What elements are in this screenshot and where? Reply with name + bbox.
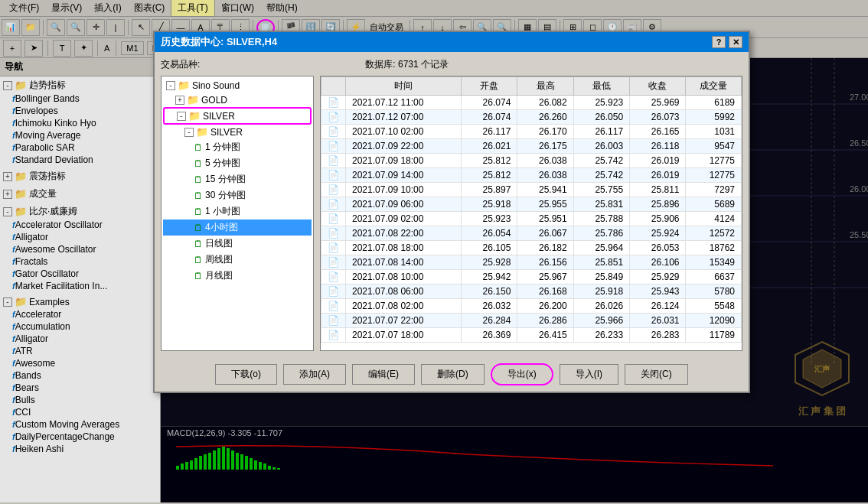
row-close: 25.924 — [630, 226, 686, 241]
row-time: 2021.07.12 07:00 — [346, 110, 462, 125]
row-open: 25.812 — [461, 154, 517, 168]
row-close: 26.073 — [630, 110, 686, 125]
tree-1h[interactable]: 🗒 1 小时图 — [163, 203, 312, 219]
row-open: 25.923 — [461, 212, 517, 226]
silver-top-label: SILVER — [203, 111, 235, 122]
row-low: 25.923 — [573, 96, 629, 110]
table-row[interactable]: 📄 2021.07.09 14:00 25.812 26.038 25.742 … — [321, 168, 742, 183]
row-close: 26.283 — [630, 328, 686, 343]
1h-icon: 🗒 — [194, 206, 203, 217]
row-open: 25.918 — [461, 197, 517, 212]
row-time: 2021.07.09 02:00 — [346, 212, 462, 226]
tree-4h[interactable]: 🗒 4小时图 — [163, 219, 312, 236]
tree-5min[interactable]: 🗒 5 分钟图 — [163, 155, 312, 171]
row-high: 26.168 — [517, 285, 573, 299]
tree-15min[interactable]: 🗒 15 分钟图 — [163, 171, 312, 187]
table-row[interactable]: 📄 2021.07.09 22:00 26.021 26.175 26.003 … — [321, 139, 742, 154]
table-row[interactable]: 📄 2021.07.08 22:00 26.054 26.067 25.786 … — [321, 226, 742, 241]
row-icon: 📄 — [321, 139, 346, 154]
tree-1min[interactable]: 🗒 1 分钟图 — [163, 139, 312, 155]
table-row[interactable]: 📄 2021.07.09 06:00 25.918 25.955 25.831 … — [321, 197, 742, 212]
edit-btn[interactable]: 编辑(E) — [352, 364, 415, 385]
symbol-tree: - 📁 Sino Sound + 📁 GOLD - 📁 SILVER — [161, 76, 314, 351]
sino-expand[interactable]: - — [166, 81, 175, 90]
row-low: 26.003 — [573, 139, 629, 154]
export-btn[interactable]: 导出(x) — [491, 363, 553, 385]
row-close: 26.118 — [630, 139, 686, 154]
tree-silver-sub[interactable]: - 📁 SILVER — [163, 125, 312, 139]
table-row[interactable]: 📄 2021.07.10 02:00 26.117 26.170 26.117 … — [321, 125, 742, 139]
delete-btn[interactable]: 删除(D) — [421, 364, 485, 385]
close-btn2[interactable]: 关闭(C) — [625, 364, 688, 385]
daily-label: 日线图 — [205, 237, 233, 250]
row-icon: 📄 — [321, 314, 346, 328]
silver-sub-expand[interactable]: - — [184, 128, 194, 137]
row-close: 26.165 — [630, 125, 686, 139]
row-vol: 5689 — [686, 197, 742, 212]
tree-30min[interactable]: 🗒 30 分钟图 — [163, 187, 312, 203]
row-open: 25.897 — [461, 183, 517, 197]
row-vol: 9547 — [686, 139, 742, 154]
row-low: 25.849 — [573, 270, 629, 285]
row-open: 26.021 — [461, 139, 517, 154]
row-low: 25.755 — [573, 183, 629, 197]
import-btn[interactable]: 导入(I) — [560, 364, 618, 385]
row-time: 2021.07.12 11:00 — [346, 96, 462, 110]
weekly-icon: 🗒 — [194, 255, 203, 265]
row-low: 26.050 — [573, 110, 629, 125]
dialog-top-info: 交易品种: 数据库: 6731 个记录 — [161, 58, 742, 71]
row-vol: 12090 — [686, 314, 742, 328]
row-vol: 6189 — [686, 96, 742, 110]
row-open: 26.032 — [461, 299, 517, 314]
row-open: 25.928 — [461, 255, 517, 270]
table-row[interactable]: 📄 2021.07.08 06:00 26.150 26.168 25.918 … — [321, 285, 742, 299]
5min-icon: 🗒 — [194, 158, 203, 169]
row-low: 25.966 — [573, 314, 629, 328]
dialog-overlay: 历史数据中心: SILVER,H4 ? ✕ 交易品种: 数据库: 6731 个记… — [0, 0, 868, 504]
tree-weekly[interactable]: 🗒 周线图 — [163, 252, 312, 268]
row-icon: 📄 — [321, 270, 346, 285]
row-open: 25.812 — [461, 168, 517, 183]
table-row[interactable]: 📄 2021.07.12 07:00 26.074 26.260 26.050 … — [321, 110, 742, 125]
row-vol: 5548 — [686, 299, 742, 314]
table-row[interactable]: 📄 2021.07.08 18:00 26.105 26.182 25.964 … — [321, 241, 742, 255]
table-row[interactable]: 📄 2021.07.08 14:00 25.928 26.156 25.851 … — [321, 255, 742, 270]
table-row[interactable]: 📄 2021.07.09 02:00 25.923 25.951 25.788 … — [321, 212, 742, 226]
add-btn[interactable]: 添加(A) — [283, 364, 346, 385]
table-row[interactable]: 📄 2021.07.09 10:00 25.897 25.941 25.755 … — [321, 183, 742, 197]
row-vol: 1031 — [686, 125, 742, 139]
row-high: 25.951 — [517, 212, 573, 226]
dialog-body: 交易品种: 数据库: 6731 个记录 - 📁 Sino Sound + — [155, 52, 749, 357]
gold-label: GOLD — [201, 95, 227, 106]
dialog-help-btn[interactable]: ? — [712, 36, 726, 48]
dialog-titlebar: 历史数据中心: SILVER,H4 ? ✕ — [155, 32, 749, 52]
row-low: 26.117 — [573, 125, 629, 139]
tree-monthly[interactable]: 🗒 月线图 — [163, 268, 312, 284]
gold-expand[interactable]: + — [175, 96, 184, 105]
row-open: 26.369 — [461, 328, 517, 343]
table-row[interactable]: 📄 2021.07.08 02:00 26.032 26.200 26.026 … — [321, 299, 742, 314]
tree-gold[interactable]: + 📁 GOLD — [163, 93, 312, 107]
col-high: 最高 — [517, 77, 573, 96]
table-row[interactable]: 📄 2021.07.12 11:00 26.074 26.082 25.923 … — [321, 96, 742, 110]
table-row[interactable]: 📄 2021.07.09 18:00 25.812 26.038 25.742 … — [321, 154, 742, 168]
table-row[interactable]: 📄 2021.07.07 22:00 26.284 26.286 25.966 … — [321, 314, 742, 328]
30min-label: 30 分钟图 — [205, 189, 246, 202]
tree-silver-top[interactable]: - 📁 SILVER — [163, 107, 312, 125]
silver-top-expand[interactable]: - — [177, 112, 186, 121]
sino-folder-icon: 📁 — [178, 80, 190, 91]
download-btn[interactable]: 下载(o) — [215, 364, 277, 385]
4h-label: 4小时图 — [205, 221, 238, 234]
dialog-close-btn[interactable]: ✕ — [729, 36, 742, 48]
table-row[interactable]: 📄 2021.07.07 18:00 26.369 26.415 26.233 … — [321, 328, 742, 343]
row-close: 26.019 — [630, 154, 686, 168]
table-row[interactable]: 📄 2021.07.08 10:00 25.942 25.967 25.849 … — [321, 270, 742, 285]
tree-sino-sound[interactable]: - 📁 Sino Sound — [163, 78, 312, 93]
row-icon: 📄 — [321, 110, 346, 125]
row-close: 26.106 — [630, 255, 686, 270]
row-icon: 📄 — [321, 212, 346, 226]
tree-daily[interactable]: 🗒 日线图 — [163, 236, 312, 252]
row-low: 25.851 — [573, 255, 629, 270]
row-high: 26.182 — [517, 241, 573, 255]
row-vol: 12775 — [686, 154, 742, 168]
